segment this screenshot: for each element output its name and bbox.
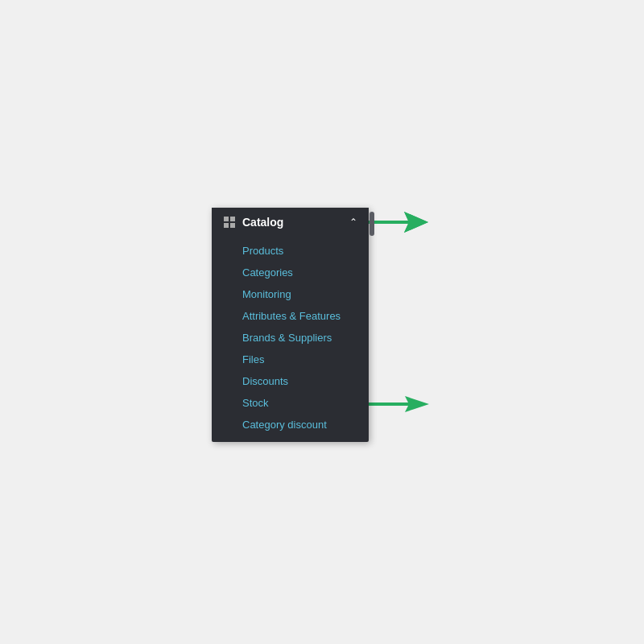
scrollbar-thumb[interactable]: [369, 212, 374, 236]
svg-rect-3: [224, 217, 229, 221]
menu-item-discounts[interactable]: Discounts: [212, 370, 369, 392]
menu-item-categories[interactable]: Categories: [212, 262, 369, 283]
catalog-arrow-indicator: [368, 210, 428, 237]
svg-rect-4: [230, 217, 235, 221]
menu-item-attributes-features[interactable]: Attributes & Features: [212, 305, 369, 327]
menu-item-products[interactable]: Products: [212, 240, 369, 262]
menu-items-list: Products Categories Monitoring Attribute…: [212, 237, 369, 442]
menu-container: Catalog ⌃ Products Categories Monitoring: [212, 208, 375, 442]
page-wrapper: Catalog ⌃ Products Categories Monitoring: [0, 0, 644, 644]
sidebar-panel: Catalog ⌃ Products Categories Monitoring: [212, 208, 375, 442]
svg-rect-5: [224, 223, 229, 228]
svg-marker-1: [368, 212, 428, 233]
menu-item-category-discount[interactable]: Category discount: [212, 414, 369, 436]
sidebar-menu: Catalog ⌃ Products Categories Monitoring: [212, 208, 369, 442]
catalog-menu-header[interactable]: Catalog ⌃: [212, 208, 369, 237]
catalog-icon: [223, 216, 236, 229]
catalog-label: Catalog: [242, 216, 346, 229]
svg-marker-2: [369, 396, 429, 412]
menu-item-stock[interactable]: Stock: [212, 392, 369, 414]
chevron-up-icon: ⌃: [349, 217, 357, 228]
svg-rect-6: [230, 223, 235, 228]
menu-item-brands-suppliers[interactable]: Brands & Suppliers: [212, 327, 369, 349]
menu-item-files[interactable]: Files: [212, 349, 369, 370]
category-discount-arrow-indicator: [369, 395, 429, 416]
menu-item-monitoring[interactable]: Monitoring: [212, 283, 369, 305]
